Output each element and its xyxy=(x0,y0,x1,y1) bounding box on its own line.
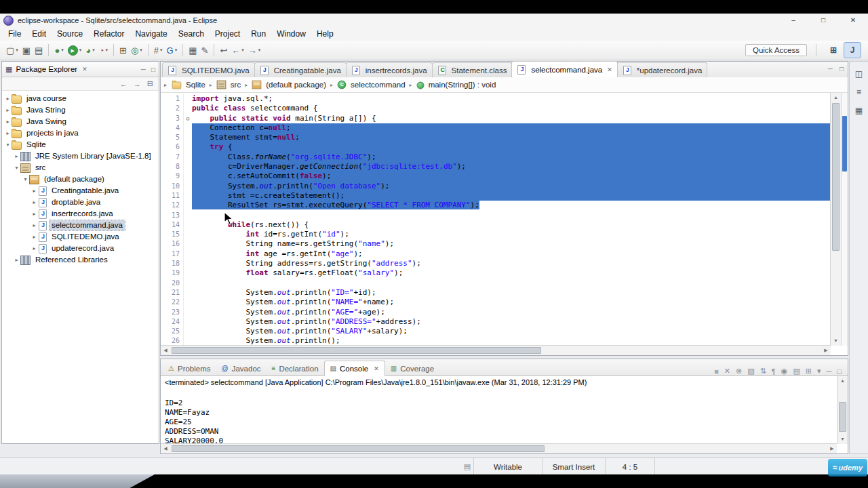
expand-arrow-icon[interactable]: ▸ xyxy=(4,96,12,102)
breadcrumb-item[interactable]: Sqlite xyxy=(170,80,207,89)
tree-item-src[interactable]: ▾src xyxy=(2,162,159,174)
tree-item-jre-system-library-javase-1-8[interactable]: ▸JRE System Library [JavaSE-1.8] xyxy=(2,150,159,162)
tree-item-insertrecords-java[interactable]: ▸insertrecords.java xyxy=(2,208,159,220)
code-line-19[interactable]: 19 float salary=rs.getFloat("salary"); xyxy=(161,268,830,278)
code-line-12[interactable]: 12 ResultSet rs=stmt.executeQuery("SELEC… xyxy=(161,201,830,210)
code-line-9[interactable]: 9 c.setAutoCommit(false); xyxy=(161,171,830,181)
restore-views-icon[interactable]: ◫ xyxy=(852,67,865,80)
console-tab-problems[interactable]: ⚠Problems xyxy=(163,361,216,375)
tree-item-java-string[interactable]: ▸Java String xyxy=(2,104,159,116)
code-line-18[interactable]: 18 String address=rs.getString("address"… xyxy=(161,259,830,268)
code-line-24[interactable]: 24 System.out.println("ADDRESS="+address… xyxy=(161,317,830,327)
overview-ruler[interactable] xyxy=(841,93,848,346)
dropdown-caret-icon[interactable]: ▾ xyxy=(258,47,261,53)
clear-console-icon[interactable]: ▧ xyxy=(747,367,754,375)
expand-arrow-icon[interactable]: ▾ xyxy=(4,142,12,148)
tree-item-sqlitedemo-java[interactable]: ▸SQLITEDEMO.java xyxy=(2,231,159,243)
menu-file[interactable]: File xyxy=(3,28,26,40)
menu-help[interactable]: Help xyxy=(311,28,339,40)
scrollbar-thumb[interactable] xyxy=(832,103,840,251)
run-button[interactable]: ▶▾ xyxy=(66,43,84,58)
dropdown-caret-icon[interactable]: ▾ xyxy=(79,47,82,53)
menu-source[interactable]: Source xyxy=(52,28,88,40)
expand-arrow-icon[interactable]: ▸ xyxy=(31,188,38,194)
tree-item-droptable-java[interactable]: ▸droptable.java xyxy=(2,197,159,208)
minimize-view-icon[interactable]: ─ xyxy=(827,367,832,375)
expand-arrow-icon[interactable]: ▸ xyxy=(13,153,20,159)
expand-arrow-icon[interactable]: ▸ xyxy=(13,257,20,263)
menu-refactor[interactable]: Refactor xyxy=(88,28,130,40)
terminate-icon[interactable]: ■ xyxy=(714,367,719,375)
remove-all-launches-icon[interactable]: ⊗ xyxy=(736,367,742,375)
scrollbar-thumb[interactable] xyxy=(839,402,846,432)
expand-arrow-icon[interactable]: ▸ xyxy=(31,222,38,228)
tree-item-java-swing[interactable]: ▸Java Swing xyxy=(2,116,159,127)
maximize-view-icon[interactable]: □ xyxy=(151,66,155,73)
dropdown-caret-icon[interactable]: ▾ xyxy=(140,47,142,53)
maximize-editor-icon[interactable]: □ xyxy=(840,65,844,73)
save-button[interactable]: ▣ xyxy=(20,43,33,58)
tree-item-projects-in-java[interactable]: ▸projects in java xyxy=(2,127,159,139)
console-dropdown-icon[interactable]: ▾ xyxy=(817,367,821,375)
back-arrow-icon[interactable]: ← xyxy=(120,80,127,88)
close-window-button[interactable]: ✕ xyxy=(838,14,868,27)
dropdown-caret-icon[interactable]: ▾ xyxy=(175,47,178,53)
expand-arrow-icon[interactable]: ▾ xyxy=(22,176,29,182)
new-wizard-button[interactable]: ▢▾ xyxy=(4,43,20,58)
menu-run[interactable]: Run xyxy=(245,28,271,40)
editor-tab[interactable]: SQLITEDEMO.java xyxy=(162,62,255,77)
snippets-view-icon[interactable]: ▦ xyxy=(852,104,865,117)
dropdown-caret-icon[interactable]: ▾ xyxy=(61,47,64,53)
scrollbar-thumb[interactable] xyxy=(172,445,545,452)
scroll-right-icon[interactable]: ▶ xyxy=(821,346,831,355)
menu-edit[interactable]: Edit xyxy=(26,28,52,40)
dropdown-caret-icon[interactable]: ▾ xyxy=(160,47,163,53)
open-type-button[interactable]: #▾ xyxy=(152,43,165,58)
console-tab-javadoc[interactable]: @Javadoc xyxy=(216,361,267,375)
scroll-up-icon[interactable]: ▲ xyxy=(831,93,841,102)
profile-button[interactable]: ◔▾ xyxy=(97,43,110,58)
outline-view-icon[interactable]: ≡ xyxy=(852,85,865,98)
breadcrumb-item[interactable]: (default package) xyxy=(250,80,328,89)
back-button[interactable]: ←▾ xyxy=(229,43,246,58)
breadcrumb-toggle-icon[interactable]: ▸ xyxy=(164,82,167,88)
console-tab-declaration[interactable]: ≡Declaration xyxy=(267,361,324,375)
code-line-2[interactable]: 2public class selectcommand { xyxy=(161,104,830,113)
breadcrumb-item[interactable]: src xyxy=(215,80,242,89)
last-edit-location-button[interactable]: ↩ xyxy=(218,43,229,58)
expand-arrow-icon[interactable]: ▸ xyxy=(31,211,38,217)
print-button[interactable]: ▤ xyxy=(33,43,45,58)
code-line-1[interactable]: 1import java.sql.*; xyxy=(161,94,830,104)
tree-item-default-package[interactable]: ▾(default package) xyxy=(2,174,159,185)
close-tab-icon[interactable]: ✕ xyxy=(374,365,379,372)
coverage-button[interactable]: ◕▾ xyxy=(83,43,96,58)
code-line-13[interactable]: 13 xyxy=(161,211,830,220)
scroll-down-icon[interactable]: ▼ xyxy=(831,336,841,346)
new-class-button[interactable]: ◎▾ xyxy=(129,43,144,58)
expand-arrow-icon[interactable]: ▾ xyxy=(13,165,20,171)
code-line-14[interactable]: 14 while(rs.next()) { xyxy=(161,220,830,230)
expand-arrow-icon[interactable]: ▸ xyxy=(4,107,12,113)
tree-item-selectcommand-java[interactable]: ▸selectcommand.java xyxy=(2,220,159,231)
close-view-icon[interactable]: ✕ xyxy=(82,66,87,73)
code-line-4[interactable]: 4 Connection c=null; xyxy=(161,123,830,133)
expand-arrow-icon[interactable]: ▸ xyxy=(31,245,38,251)
scroll-up-icon[interactable]: ▲ xyxy=(837,376,848,386)
pin-console-icon[interactable]: ◉ xyxy=(781,367,788,375)
maximize-window-button[interactable]: □ xyxy=(808,14,838,27)
scroll-down-icon[interactable]: ▼ xyxy=(837,434,848,444)
console-view[interactable]: <terminated> selectcommand [Java Applica… xyxy=(161,376,848,444)
expand-arrow-icon[interactable]: ▸ xyxy=(31,234,38,240)
console-horizontal-scrollbar[interactable]: ◀ ▶ xyxy=(161,443,837,453)
display-selected-console-icon[interactable]: ▤ xyxy=(793,367,800,375)
minimize-window-button[interactable]: – xyxy=(778,14,808,27)
editor-tab[interactable]: insertrecords.java xyxy=(346,62,433,77)
code-line-5[interactable]: 5 Statement stmt=null; xyxy=(161,133,830,142)
code-line-16[interactable]: 16 String name=rs.getString("name"); xyxy=(161,239,830,249)
dropdown-caret-icon[interactable]: ▾ xyxy=(16,47,18,53)
code-line-7[interactable]: 7 Class.forName("org.sqlite.JDBC"); xyxy=(161,152,830,162)
code-line-17[interactable]: 17 int age =rs.getInt("age"); xyxy=(161,249,830,259)
console-tab-console[interactable]: ▤Console✕ xyxy=(324,361,385,376)
dropdown-caret-icon[interactable]: ▾ xyxy=(106,47,108,53)
forward-button[interactable]: →▾ xyxy=(246,43,263,58)
